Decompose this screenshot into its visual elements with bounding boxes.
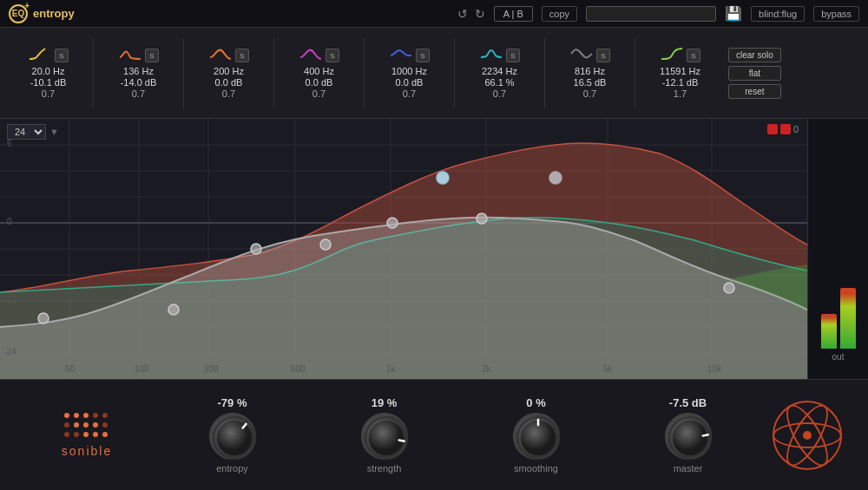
dot-3[interactable] [251,244,261,254]
db-label-0: 0 [7,217,12,226]
knob-item-smoothing: 0 % smoothing [513,396,560,474]
flat-button[interactable]: flat [728,66,781,81]
band-3: S 200 Hz 0.0 dB 0.7 [187,45,270,101]
band-2-controls: S [118,47,159,64]
band-7: S 816 Hz 16.5 dB 0.7 [549,45,631,101]
dot-7[interactable] [437,172,449,184]
brand-dot [74,413,79,418]
svg-line-24 [398,441,404,441]
band-8-q: 1.7 [674,88,687,99]
knob-item-master: -7.5 dB master [665,396,712,474]
freq-10k: 10k [707,364,722,374]
bypass-button[interactable]: bypass [813,6,859,22]
band-5-icon [389,47,413,64]
band-1-controls: S [28,47,69,64]
freq-500: 500 [291,364,306,374]
vu-bar-r [840,288,856,349]
band-3-controls: S [208,47,249,64]
vu-meter: out [807,119,868,379]
dot-8[interactable] [549,172,562,184]
knob-svg-3 [667,415,713,461]
brand-dot [64,422,69,428]
band-8-controls: S [660,47,700,64]
knob-section: -79 % entropy 19 % [156,396,764,474]
vu-bars [821,158,856,349]
freq-100: 100 [135,364,149,374]
knob-3[interactable] [665,413,712,460]
dot-9[interactable] [724,283,734,293]
band-8-solo[interactable]: S [687,49,700,62]
band-1-gain: -10.1 dB [30,77,67,88]
dot-6[interactable] [477,213,487,224]
knob-1[interactable] [361,413,408,460]
band-5-q: 0.7 [403,88,416,99]
freq-2k: 2k [482,364,492,374]
knob-item-entropy: -79 % entropy [209,396,256,474]
blind-flug-button[interactable]: blind:flug [751,6,805,22]
dot-5[interactable] [387,218,398,228]
brand-name: sonible [62,444,112,458]
knob-svg-1 [363,415,410,461]
clip-count: 0 [793,124,799,134]
brand-dot [93,413,98,418]
clear-solo-button[interactable]: clear solo [728,48,781,62]
band-5-freq: 1000 Hz [391,66,427,76]
copy-button[interactable]: copy [542,6,577,22]
undo-button[interactable]: ↺ [457,7,468,21]
knob-2[interactable] [513,413,560,460]
band-2-icon [118,47,142,64]
freq-50: 50 [65,364,76,374]
brand-dot [64,432,69,437]
dot-1[interactable] [38,313,49,323]
band-6-solo[interactable]: S [506,49,520,62]
knob-0-value: -79 % [218,396,247,409]
band-sep-7 [635,38,635,108]
band-sep-4 [364,38,365,108]
band-1-freq: 20.0 Hz [32,66,65,76]
redo-button[interactable]: ↻ [475,7,485,21]
reset-button[interactable]: reset [728,84,781,99]
band-8-icon [660,47,684,64]
svg-point-23 [369,421,404,455]
logo-text: EQ [12,9,24,18]
save-button[interactable]: 💾 [725,5,742,22]
band-3-q: 0.7 [222,88,235,99]
band-5-solo[interactable]: S [416,49,430,62]
band-8-freq: 11591 Hz [660,66,700,76]
logo-area: EQ entropy [9,4,75,23]
brand-dot [74,422,79,428]
clip-led-2 [780,124,791,134]
band-6: S 2234 Hz 66.1 % 0.7 [458,45,541,101]
band-1: S 20.0 Hz -10.1 dB 0.7 [7,45,89,101]
brand-dot [83,422,89,428]
dot-4[interactable] [320,239,331,250]
knob-1-value: 19 % [372,396,398,409]
brand-area: sonible [17,413,156,458]
preset-dropdown[interactable] [586,6,716,22]
band-3-gain: 0.0 dB [215,77,243,88]
dot-2[interactable] [168,304,179,315]
knob-item-strength: 19 % strength [361,396,408,474]
freq-5k: 5k [603,364,614,374]
brand-dot [93,422,98,428]
zoom-control: 24 12 6 48 ▼ [7,124,59,140]
band-7-solo[interactable]: S [596,49,610,62]
band-4-freq: 400 Hz [304,66,334,76]
band-1-q: 0.7 [42,88,55,99]
band-5-gain: 0.0 dB [396,77,424,88]
logo-icon: EQ [9,4,28,23]
band-4-solo[interactable]: S [326,49,339,62]
svg-point-29 [673,421,707,455]
brand-dot [102,422,108,428]
ab-button[interactable]: A | B [494,6,533,22]
band-7-icon [569,47,594,64]
band-4-controls: S [299,47,339,64]
zoom-select[interactable]: 24 12 6 48 [7,124,46,140]
band-2-solo[interactable]: S [145,49,159,62]
band-6-controls: S [479,47,520,64]
band-8-gain: -12.1 dB [662,77,699,88]
band-1-solo[interactable]: S [55,49,69,62]
knob-0[interactable] [209,413,256,460]
band-4-icon [299,47,323,64]
band-3-solo[interactable]: S [235,49,249,62]
